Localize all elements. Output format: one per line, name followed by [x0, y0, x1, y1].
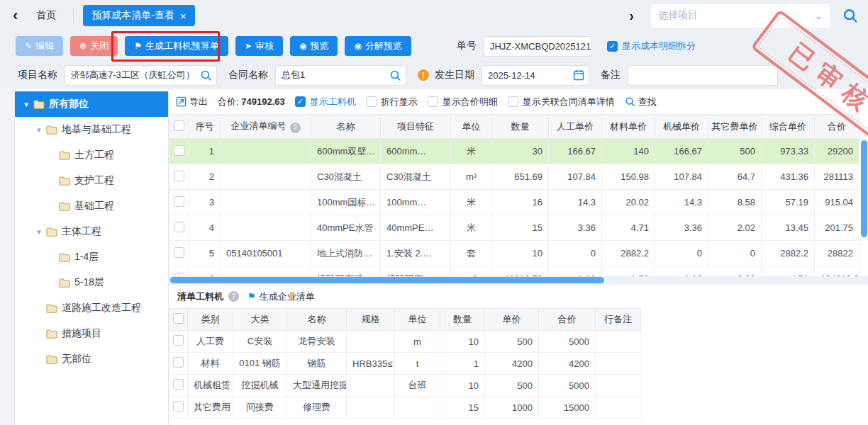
- search-icon[interactable]: [842, 8, 858, 23]
- search-icon[interactable]: [200, 69, 212, 81]
- eye-icon: ◉: [299, 42, 306, 50]
- select-all-checkbox[interactable]: [173, 313, 184, 324]
- toggle-show-cost-split[interactable]: 显示成本明细拆分: [607, 40, 696, 52]
- select-all-checkbox[interactable]: [174, 120, 184, 131]
- contract-name-input[interactable]: 总包1: [275, 65, 406, 86]
- cell: 地上式消防…: [311, 241, 381, 266]
- total-price: 合价: 749192.63: [218, 96, 285, 108]
- table-row[interactable]: 其它费用间接费修理费15100015000: [169, 397, 641, 419]
- help-icon[interactable]: ?: [290, 123, 301, 133]
- flag-icon: ⚑: [247, 291, 256, 302]
- tree-item[interactable]: ▾主体工程: [15, 219, 168, 244]
- total-value: 749192.63: [241, 96, 284, 107]
- caret-down-icon[interactable]: ▾: [33, 227, 45, 237]
- cell: 2: [189, 164, 221, 190]
- audit-button[interactable]: ➤ 审核: [235, 36, 283, 56]
- search-icon[interactable]: [389, 69, 401, 81]
- tab-home[interactable]: 首页: [33, 9, 73, 22]
- table-row[interactable]: 440mmPE水管40mmPE…米153.364.713.362.0213.45…: [169, 215, 859, 241]
- tree-item-label: 措施项目: [62, 327, 101, 340]
- calendar-icon[interactable]: [573, 69, 584, 81]
- cell: HRB335≤: [347, 353, 395, 375]
- column-header: 机械单价: [655, 115, 708, 139]
- table-row[interactable]: 2C30混凝土C30混凝土m³651.69107.84150.98107.846…: [169, 164, 859, 190]
- tree-item[interactable]: 措施项目: [15, 321, 168, 346]
- help-icon[interactable]: ?: [228, 291, 239, 302]
- checkbox-unchecked-icon: [366, 96, 377, 107]
- cell: [221, 139, 311, 164]
- expand-icon[interactable]: ›: [629, 8, 634, 24]
- tree-item[interactable]: 土方工程: [15, 142, 168, 168]
- table-row[interactable]: 材料0101 钢筋钢筋HRB335≤t142004200: [169, 353, 641, 375]
- close-tab-icon[interactable]: ×: [180, 11, 187, 21]
- table-row[interactable]: 6挖除现有破…挖除现有…m243019.791.131.581.130.684.…: [169, 266, 859, 277]
- row-checkbox[interactable]: [174, 247, 184, 258]
- project-name-field[interactable]: 济邹高速7-3工区（庆虹公司）: [65, 65, 217, 86]
- row-checkbox[interactable]: [173, 357, 184, 368]
- export-button[interactable]: 导出: [176, 96, 208, 108]
- cell: 0: [549, 241, 602, 266]
- cell: 6: [189, 266, 221, 277]
- remark-field[interactable]: [628, 65, 778, 86]
- remark-input[interactable]: [628, 65, 778, 86]
- date-label: 发生日期: [435, 69, 474, 81]
- doc-no-input[interactable]: JHJZ-XMCBQD2025121: [484, 36, 591, 57]
- tab-active[interactable]: 预算成本清单-查看 ×: [83, 5, 194, 26]
- toggle-wrap-lines[interactable]: 折行显示: [366, 96, 418, 108]
- export-icon: [176, 96, 187, 107]
- column-header: 合价: [539, 309, 596, 331]
- tree-item[interactable]: 5-18层: [15, 270, 168, 295]
- tree-item[interactable]: ▾所有部位: [15, 91, 168, 117]
- close-button[interactable]: ⊗ 关闭: [70, 36, 118, 56]
- cell: 10: [492, 241, 549, 266]
- tree-item[interactable]: 1-4层: [15, 244, 168, 270]
- row-checkbox[interactable]: [174, 222, 184, 232]
- horizontal-scrollbar[interactable]: [169, 276, 868, 285]
- row-checkbox[interactable]: [174, 196, 184, 207]
- table-row[interactable]: 1600mm双壁…600mm…米30166.67140166.67500973.…: [169, 139, 859, 164]
- horizontal-scrollbar-thumb[interactable]: [170, 277, 604, 283]
- generate-labor-material-budget-button[interactable]: ⚑ 生成工料机预算单: [125, 36, 228, 56]
- cell: 0: [708, 241, 762, 266]
- column-header: 单位: [395, 309, 440, 331]
- table-row[interactable]: 505140105001地上式消防…1.安装 2.…套1002882.20028…: [169, 241, 859, 266]
- tree-item[interactable]: ▾地基与基础工程: [15, 117, 168, 142]
- tree-item-label: 道路施工改造工程: [62, 302, 141, 314]
- tree-item[interactable]: 支护工程: [15, 168, 168, 193]
- toggle-show-total-detail[interactable]: 显示合价明细: [428, 96, 498, 108]
- table-row[interactable]: 3100mm国标…100mm…米1614.320.0214.38.5857.19…: [169, 190, 859, 215]
- toggle-show-labor-material[interactable]: 显示工料机: [295, 96, 356, 108]
- cell: 3.36: [655, 215, 708, 241]
- split-preview-button[interactable]: ◉ 分解预览: [345, 36, 411, 56]
- cell: 4.51: [762, 266, 815, 277]
- caret-down-icon[interactable]: ▾: [21, 100, 32, 109]
- project-name-input[interactable]: 济邹高速7-3工区（庆虹公司）: [65, 65, 217, 86]
- tree-item-label: 无部位: [62, 353, 91, 366]
- cell: 166.67: [655, 139, 708, 164]
- row-checkbox[interactable]: [173, 401, 184, 412]
- column-header: 项目特征: [381, 115, 451, 139]
- preview-button[interactable]: ◉ 预览: [290, 36, 338, 56]
- date-field[interactable]: 2025-12-14: [482, 65, 589, 86]
- row-checkbox[interactable]: [173, 379, 184, 390]
- back-icon[interactable]: ‹: [13, 8, 18, 23]
- left-gutter: [0, 89, 15, 425]
- edit-button[interactable]: ✎ 编辑: [16, 36, 63, 56]
- cell: 4200: [539, 353, 596, 375]
- tree-item[interactable]: 道路施工改造工程: [15, 295, 168, 321]
- table-row[interactable]: 机械租赁挖掘机械大型通用挖掘机台班105005000: [169, 375, 641, 397]
- generate-enterprise-list-button[interactable]: ⚑ 生成企业清单: [247, 290, 315, 303]
- vertical-scrollbar-thumb[interactable]: [861, 140, 867, 237]
- table-row[interactable]: 人工费C安装龙骨安装m105005000: [169, 331, 641, 353]
- project-select[interactable]: 选择项目 ⌄: [651, 4, 830, 28]
- find-button[interactable]: 查找: [625, 96, 657, 108]
- toggle-show-contract-detail[interactable]: 显示关联合同清单详情: [508, 96, 615, 108]
- tree-item[interactable]: 基础工程: [15, 193, 168, 219]
- contract-name-field[interactable]: 总包1: [275, 65, 406, 86]
- row-checkbox[interactable]: [173, 335, 184, 346]
- caret-down-icon[interactable]: ▾: [33, 125, 45, 135]
- cell: [596, 331, 641, 353]
- tree-item[interactable]: 无部位: [15, 346, 168, 372]
- row-checkbox[interactable]: [174, 145, 184, 156]
- row-checkbox[interactable]: [174, 171, 184, 181]
